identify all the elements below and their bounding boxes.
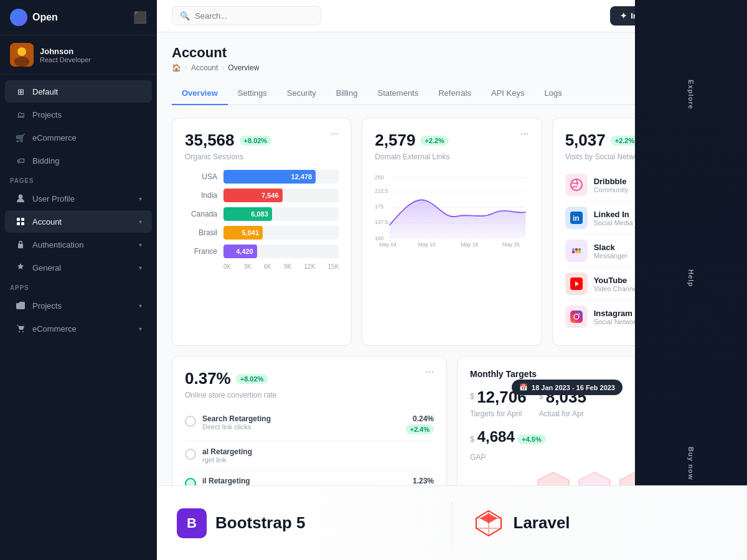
grid-icon: ⊞: [15, 86, 26, 97]
domain-links-label: Domain External Links: [375, 152, 449, 161]
sidebar-item-ecommerce[interactable]: 🛒 eCommerce: [5, 126, 152, 149]
avatar: [10, 43, 34, 67]
sidebar-item-account[interactable]: Account ▾: [5, 210, 152, 233]
date-badge-container: 📅 18 Jan 2023 - 16 Feb 2023: [512, 380, 622, 395]
chart-icon[interactable]: ⬛: [133, 11, 147, 24]
svg-text:May 10: May 10: [418, 241, 436, 248]
tab-statements[interactable]: Statements: [367, 82, 428, 105]
tab-billing[interactable]: Billing: [326, 82, 368, 105]
organic-sessions-card: 35,568 +8.02% Organic Sessions ··· USA 1…: [172, 118, 352, 346]
cart-icon-apps: [15, 323, 26, 334]
search-box[interactable]: 🔍: [172, 6, 321, 26]
organic-sessions-value: 35,568 +8.02%: [185, 131, 271, 150]
sidebar-nav: ⊞ Default 🗂 Projects 🛒 eCommerce 🏷 Biddi…: [0, 75, 157, 560]
tab-overview[interactable]: Overview: [172, 82, 228, 105]
gap-badge: +4.5%: [517, 434, 546, 444]
nav-label-app-ecommerce: eCommerce: [32, 324, 133, 334]
retargeting-icon-1: [185, 416, 196, 427]
date-badge: 📅 18 Jan 2023 - 16 Feb 2023: [512, 380, 622, 395]
card-menu-icon[interactable]: ···: [331, 128, 339, 139]
bootstrap-logo: B: [177, 508, 207, 538]
nav-label-app-projects: Projects: [32, 301, 133, 310]
conversion-value: 0.37% +8.02%: [185, 369, 276, 388]
tab-api-keys[interactable]: API Keys: [481, 82, 534, 105]
folder-icon: 🗂: [15, 109, 26, 120]
tab-referrals[interactable]: Referrals: [428, 82, 481, 105]
chevron-down-icon-general: ▾: [139, 264, 142, 271]
home-icon: 🏠: [172, 63, 181, 72]
list-item: Search Retargeting Direct link clicks 0.…: [185, 408, 434, 441]
search-icon: 🔍: [180, 11, 190, 21]
chevron-down-icon: ▾: [139, 195, 142, 202]
sidebar-item-general[interactable]: General ▾: [5, 256, 152, 279]
svg-rect-28: [572, 251, 575, 253]
svg-rect-6: [17, 222, 20, 225]
list-item: al Retargeting rget link: [185, 441, 434, 470]
svg-text:137.5: 137.5: [375, 219, 388, 225]
tab-logs[interactable]: Logs: [534, 82, 571, 105]
user-role: React Developer: [40, 56, 147, 63]
svg-text:May 26: May 26: [502, 241, 520, 248]
search-input[interactable]: [195, 11, 313, 21]
sidebar-item-user-profile[interactable]: User Profile ▾: [5, 187, 152, 210]
svg-text:175: 175: [375, 203, 384, 210]
tab-security[interactable]: Security: [277, 82, 326, 105]
user-info: Johnson React Developer: [40, 47, 147, 63]
chevron-app-projects: ▾: [139, 302, 142, 309]
line-chart: 250 212.5 175 137.5 100: [375, 170, 529, 253]
dribbble-icon: [565, 174, 588, 196]
organic-sessions-label: Organic Sessions: [185, 152, 271, 161]
laravel-logo: [472, 507, 505, 539]
nav-label-ecommerce: eCommerce: [32, 133, 142, 142]
sidebar-item-bidding[interactable]: 🏷 Bidding: [5, 149, 152, 172]
sidebar-item-authentication[interactable]: Authentication ▾: [5, 233, 152, 256]
svg-point-3: [19, 195, 23, 199]
svg-text:100: 100: [375, 235, 384, 241]
conversion-label: Online store convertion rate: [185, 391, 276, 399]
sidebar: Open ⬛ Johnson React Developer ⊞ Default…: [0, 0, 157, 560]
sidebar-item-app-projects[interactable]: Projects ▾: [5, 294, 152, 317]
domain-links-badge: +2.2%: [420, 136, 449, 146]
svg-rect-36: [570, 310, 583, 323]
breadcrumb-account[interactable]: Account: [191, 63, 218, 72]
linkedin-icon: in: [565, 207, 588, 229]
sidebar-item-default[interactable]: ⊞ Default: [5, 80, 152, 103]
svg-rect-29: [572, 248, 575, 251]
sidebar-item-app-ecommerce[interactable]: eCommerce ▾: [5, 317, 152, 340]
buy-now-label[interactable]: Buy now: [687, 441, 695, 487]
logo-icon: [10, 9, 27, 26]
general-icon: [15, 262, 26, 273]
laravel-label: Laravel: [514, 513, 570, 533]
nav-label-bidding: Bidding: [32, 156, 142, 166]
right-panel: Explore Help Buy now: [635, 0, 747, 560]
sidebar-item-projects[interactable]: 🗂 Projects: [5, 103, 152, 126]
svg-rect-4: [17, 218, 20, 221]
explore-label[interactable]: Explore: [687, 73, 695, 116]
auth-icon: [15, 239, 26, 250]
svg-point-1: [17, 47, 26, 56]
bootstrap-item: B Bootstrap 5: [157, 496, 452, 551]
svg-text:212.5: 212.5: [375, 188, 388, 194]
monthly-gap: $ 4,684 +4.5%: [470, 428, 546, 446]
nav-label-general: General: [32, 263, 133, 273]
card-menu-icon-4[interactable]: ···: [426, 366, 434, 378]
svg-rect-5: [21, 218, 24, 221]
main-content: 🔍 ✦ Invite Create App Account 🏠 › Accoun…: [157, 0, 747, 560]
chevron-down-icon-account: ▾: [139, 218, 142, 225]
svg-rect-31: [578, 248, 581, 251]
bootstrap-label: Bootstrap 5: [215, 513, 305, 533]
svg-point-2: [14, 57, 29, 67]
conversion-badge: +8.02%: [236, 374, 268, 384]
svg-text:250: 250: [375, 174, 384, 180]
app-logo: Open: [10, 9, 58, 26]
folder-icon-apps: [15, 300, 26, 311]
svg-rect-32: [575, 251, 578, 253]
svg-text:May 18: May 18: [461, 241, 479, 248]
line-chart-svg: 250 212.5 175 137.5 100: [375, 170, 529, 251]
instagram-icon: [565, 306, 588, 328]
tab-settings[interactable]: Settings: [228, 82, 277, 105]
card-menu-icon-2[interactable]: ···: [520, 128, 529, 139]
help-label[interactable]: Help: [687, 263, 695, 293]
nav-label-user-profile: User Profile: [32, 194, 133, 203]
plus-icon: ✦: [620, 11, 627, 21]
